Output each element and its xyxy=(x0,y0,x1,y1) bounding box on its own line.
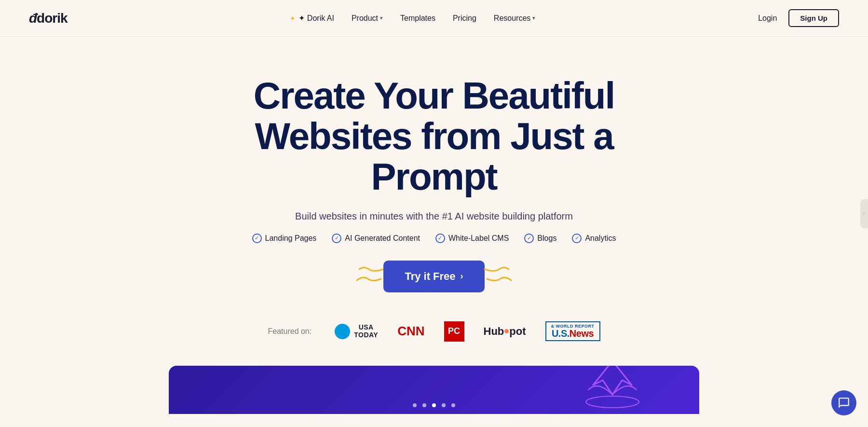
hubspot-dot xyxy=(504,329,509,333)
hero-subtitle: Build websites in minutes with the #1 AI… xyxy=(295,211,573,222)
hero-cta-area: Try it Free › xyxy=(354,261,513,292)
dot xyxy=(442,403,446,407)
navbar-actions: Login Sign Up xyxy=(758,9,839,27)
dot xyxy=(413,403,417,407)
chat-button[interactable] xyxy=(831,390,856,415)
logo-text: đdorik xyxy=(29,11,68,26)
try-free-button[interactable]: Try it Free › xyxy=(383,261,484,292)
logo-usatoday: USATODAY xyxy=(335,324,378,339)
usnews-main-text: U.S.News xyxy=(552,329,594,338)
hero-title-line1: Create Your Beautiful xyxy=(254,74,614,117)
nav-link-templates[interactable]: Templates xyxy=(400,14,435,23)
feature-ai-content: ✓ AI Generated Content xyxy=(332,234,420,243)
usatoday-text: USATODAY xyxy=(354,324,378,339)
squiggle-right-decoration xyxy=(480,262,514,291)
logo-cnn: CNN xyxy=(397,324,424,339)
nav-menu: ✦ ✦ Dorik AI Product ▾ Templates Pricing… xyxy=(290,14,535,23)
chevron-down-icon: ▾ xyxy=(532,15,535,21)
scrollbar-indicator: ⟩⟨ xyxy=(863,211,866,216)
feature-analytics: ✓ Analytics xyxy=(572,234,616,243)
nav-item-pricing[interactable]: Pricing xyxy=(453,14,476,23)
check-icon: ✓ xyxy=(572,234,582,243)
dot xyxy=(451,403,455,407)
usatoday-circle xyxy=(335,324,350,339)
signup-button[interactable]: Sign Up xyxy=(788,9,839,27)
check-icon: ✓ xyxy=(524,234,534,243)
hero-features: ✓ Landing Pages ✓ AI Generated Content ✓… xyxy=(252,234,616,243)
preview-dots xyxy=(413,403,455,414)
feature-landing-pages: ✓ Landing Pages xyxy=(252,234,317,243)
stars-icon: ✦ xyxy=(290,14,296,22)
login-button[interactable]: Login xyxy=(758,14,777,23)
nav-link-product[interactable]: Product ▾ xyxy=(352,14,383,23)
feature-whitelabel: ✓ White-Label CMS xyxy=(435,234,509,243)
logo[interactable]: đdorik xyxy=(29,11,68,26)
check-icon: ✓ xyxy=(332,234,341,243)
svg-point-0 xyxy=(586,396,639,408)
nav-link-ai[interactable]: ✦ ✦ Dorik AI xyxy=(290,14,334,23)
product-preview xyxy=(169,366,699,414)
hero-title-line2: Websites from Just a Prompt xyxy=(255,115,613,198)
scrollbar[interactable]: ⟩⟨ xyxy=(860,199,868,228)
dot xyxy=(422,403,426,407)
check-icon: ✓ xyxy=(435,234,445,243)
nav-link-pricing[interactable]: Pricing xyxy=(453,14,476,23)
chevron-down-icon: ▾ xyxy=(380,15,383,21)
hero-title: Create Your Beautiful Websites from Just… xyxy=(193,75,675,197)
logo-hubspot: Hubpot xyxy=(484,325,526,338)
featured-logos: USATODAY CNN PC Hubpot & WORLD REPORT U.… xyxy=(335,321,600,342)
feature-blogs: ✓ Blogs xyxy=(524,234,556,243)
chat-icon xyxy=(838,397,850,409)
crown-decoration xyxy=(574,366,651,414)
nav-item-product[interactable]: Product ▾ xyxy=(352,14,383,23)
featured-label: Featured on: xyxy=(268,327,312,336)
check-icon: ✓ xyxy=(252,234,262,243)
featured-section: Featured on: USATODAY CNN PC Hubpot & WO… xyxy=(268,321,600,342)
logo-usnews: & WORLD REPORT U.S.News xyxy=(545,321,600,341)
arrow-icon: › xyxy=(461,271,463,281)
nav-item-templates[interactable]: Templates xyxy=(400,14,435,23)
navbar: đdorik ✦ ✦ Dorik AI Product ▾ Templates … xyxy=(0,0,868,37)
logo-pc: PC xyxy=(444,321,464,342)
nav-item-ai[interactable]: ✦ ✦ Dorik AI xyxy=(290,14,334,23)
hero-section: Create Your Beautiful Websites from Just… xyxy=(0,37,868,414)
nav-item-resources[interactable]: Resources ▾ xyxy=(494,14,535,23)
nav-link-resources[interactable]: Resources ▾ xyxy=(494,14,535,23)
dot-active xyxy=(432,403,436,407)
